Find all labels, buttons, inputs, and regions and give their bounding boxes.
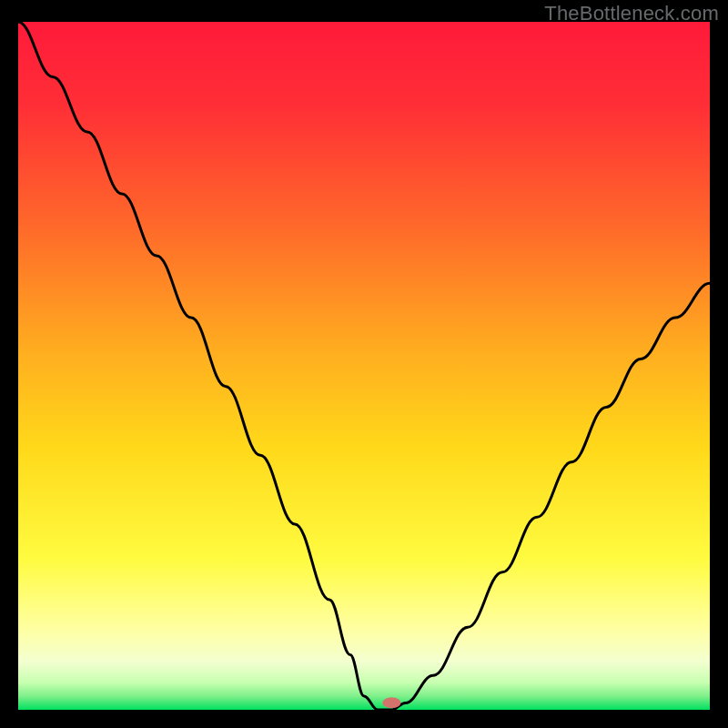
watermark-label: TheBottleneck.com	[544, 2, 719, 25]
bottleneck-chart	[18, 22, 710, 710]
gradient-background	[18, 22, 710, 710]
min-marker	[382, 697, 400, 708]
plot-area	[18, 22, 710, 710]
chart-frame: TheBottleneck.com	[0, 0, 728, 728]
